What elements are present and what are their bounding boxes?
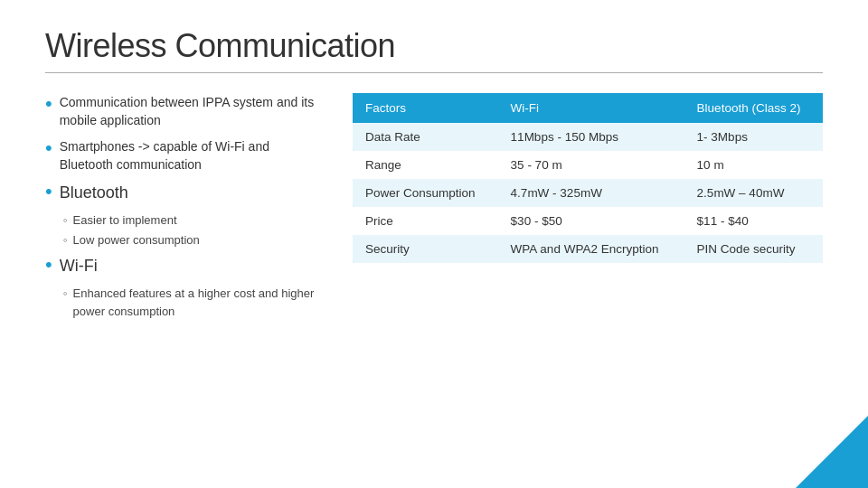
bullet-2: • Smartphones -> capable of Wi-Fi and Bl…	[45, 137, 326, 174]
content-area: • Communication between IPPA system and …	[45, 93, 823, 325]
table-cell-2-1: 4.7mW - 325mW	[498, 179, 684, 207]
bullet-dot-3: •	[45, 182, 52, 202]
table-cell-4-0: Security	[353, 235, 498, 263]
sub-dot-4-1: ◦	[63, 285, 68, 303]
sub-bullet-3-1: ◦ Easier to implement	[45, 211, 326, 230]
sub-bullet-3-2: ◦ Low power consumption	[45, 231, 326, 249]
sub-text-3-1: Easier to implement	[73, 211, 177, 230]
bullet-text-3: Bluetooth	[60, 181, 128, 204]
bullet-dot-1: •	[45, 94, 52, 114]
table-row: Price$30 - $50$11 - $40	[353, 207, 823, 235]
sub-bullet-4-1: ◦ Enhanced features at a higher cost and…	[45, 285, 326, 320]
table-cell-3-0: Price	[353, 207, 498, 235]
slide-title: Wireless Communication	[45, 27, 823, 65]
table-cell-1-0: Range	[353, 151, 498, 179]
slide: Wireless Communication • Communication b…	[0, 0, 868, 488]
bullet-text-2: Smartphones -> capable of Wi-Fi and Blue…	[60, 137, 326, 174]
table-row: Data Rate11Mbps - 150 Mbps1- 3Mbps	[353, 123, 823, 151]
table-cell-4-1: WPA and WPA2 Encryption	[498, 235, 684, 263]
table-cell-0-2: 1- 3Mbps	[684, 123, 823, 151]
table-cell-3-2: $11 - $40	[684, 207, 823, 235]
bullet-dot-2: •	[45, 138, 52, 158]
bullet-4-sub: ◦ Enhanced features at a higher cost and…	[45, 285, 326, 320]
right-column: Factors Wi-Fi Bluetooth (Class 2) Data R…	[353, 93, 823, 263]
bullet-1: • Communication between IPPA system and …	[45, 93, 326, 130]
bullet-3-sub: ◦ Easier to implement ◦ Low power consum…	[45, 211, 326, 249]
col-header-bluetooth: Bluetooth (Class 2)	[684, 93, 823, 123]
sub-dot-3-2: ◦	[63, 231, 68, 249]
table-cell-2-2: 2.5mW – 40mW	[684, 179, 823, 207]
table-cell-0-0: Data Rate	[353, 123, 498, 151]
bullet-dot-4: •	[45, 255, 52, 275]
bullet-3: • Bluetooth	[45, 181, 326, 204]
bullet-text-4: Wi-Fi	[60, 254, 98, 277]
table-row: SecurityWPA and WPA2 EncryptionPIN Code …	[353, 235, 823, 263]
comparison-table: Factors Wi-Fi Bluetooth (Class 2) Data R…	[353, 93, 823, 263]
table-cell-1-1: 35 - 70 m	[498, 151, 684, 179]
corner-accent	[796, 416, 868, 488]
table-cell-3-1: $30 - $50	[498, 207, 684, 235]
left-column: • Communication between IPPA system and …	[45, 93, 326, 325]
table-cell-2-0: Power Consumption	[353, 179, 498, 207]
sub-text-4-1: Enhanced features at a higher cost and h…	[73, 285, 326, 320]
sub-text-3-2: Low power consumption	[73, 231, 200, 249]
table-header-row: Factors Wi-Fi Bluetooth (Class 2)	[353, 93, 823, 123]
table-cell-0-1: 11Mbps - 150 Mbps	[498, 123, 684, 151]
col-header-wifi: Wi-Fi	[498, 93, 684, 123]
sub-dot-3-1: ◦	[63, 211, 68, 230]
bullet-text-1: Communication between IPPA system and it…	[60, 93, 326, 130]
col-header-factors: Factors	[353, 93, 498, 123]
bullet-4: • Wi-Fi	[45, 254, 326, 277]
table-row: Range35 - 70 m10 m	[353, 151, 823, 179]
table-row: Power Consumption4.7mW - 325mW2.5mW – 40…	[353, 179, 823, 207]
title-divider	[45, 72, 823, 73]
table-cell-4-2: PIN Code security	[684, 235, 823, 263]
table-cell-1-2: 10 m	[684, 151, 823, 179]
